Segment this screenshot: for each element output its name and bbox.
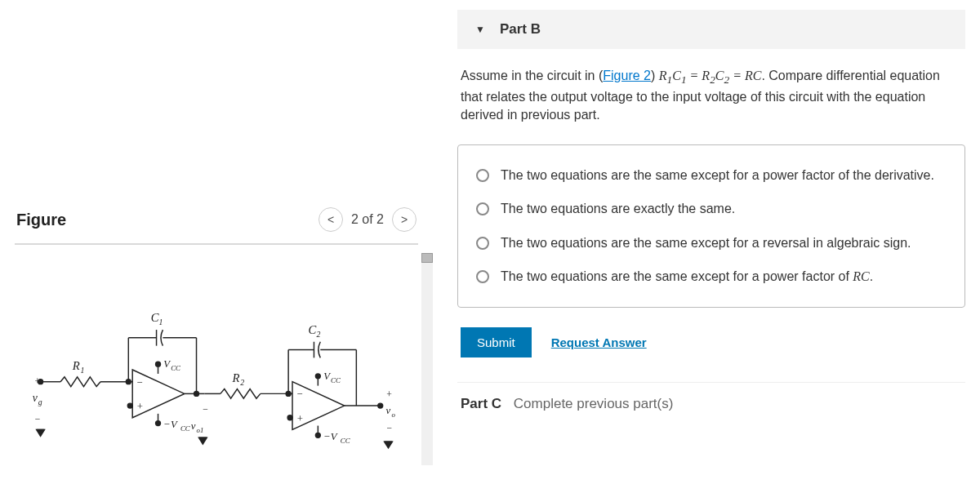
svg-text:−V: −V (163, 419, 178, 430)
pager-text: 2 of 2 (351, 212, 384, 227)
svg-text:o1: o1 (197, 426, 204, 434)
svg-text:2: 2 (240, 378, 244, 387)
option-text: The two equations are the same except fo… (501, 268, 947, 286)
pager-next-button[interactable]: > (392, 207, 416, 232)
svg-point-30 (156, 421, 161, 426)
figure-pager: < 2 of 2 > (318, 207, 416, 232)
svg-text:+: + (296, 413, 304, 424)
svg-text:1: 1 (159, 317, 163, 326)
radio-option-3[interactable] (476, 237, 489, 250)
svg-text:V: V (323, 371, 331, 382)
svg-text:−V: −V (323, 431, 338, 442)
svg-point-34 (194, 391, 199, 396)
svg-text:CC: CC (331, 376, 341, 384)
option-row[interactable]: The two equations are the same except fo… (473, 226, 950, 260)
svg-text:−: − (34, 414, 41, 424)
svg-point-26 (156, 362, 161, 366)
svg-text:g: g (38, 397, 42, 406)
svg-marker-39 (198, 437, 207, 444)
svg-point-67 (378, 403, 383, 408)
collapse-icon: ▼ (475, 24, 485, 35)
radio-option-4[interactable] (476, 270, 489, 283)
svg-text:+: + (386, 389, 393, 400)
option-text: The two equations are the same except fo… (501, 234, 947, 252)
svg-text:CC: CC (171, 364, 180, 372)
option-text: The two equations are the same except fo… (501, 167, 947, 184)
svg-text:−: − (386, 423, 393, 433)
svg-text:C: C (309, 323, 317, 336)
svg-marker-73 (385, 442, 393, 448)
option-row[interactable]: The two equations are the same except fo… (473, 158, 950, 193)
svg-text:o: o (391, 411, 395, 419)
svg-text:V: V (163, 358, 171, 370)
svg-text:−: − (202, 404, 208, 415)
svg-text:+: + (34, 376, 41, 387)
request-answer-link[interactable]: Request Answer (551, 335, 647, 349)
svg-text:1: 1 (81, 366, 85, 375)
part-b-prompt: Assume in the circuit in (Figure 2) R1C1… (457, 67, 965, 125)
option-text: The two equations are exactly the same. (501, 200, 947, 218)
svg-text:R: R (232, 371, 240, 384)
svg-text:CC: CC (341, 437, 350, 445)
submit-button[interactable]: Submit (461, 327, 532, 357)
svg-text:CC: CC (180, 424, 190, 433)
svg-text:C: C (151, 311, 159, 324)
part-c-text: Complete previous part(s) (514, 396, 674, 411)
pager-prev-button[interactable]: < (318, 207, 343, 232)
part-c-row: Part C Complete previous part(s) (457, 382, 965, 417)
svg-point-59 (315, 374, 320, 379)
option-row[interactable]: The two equations are exactly the same. (473, 192, 950, 226)
svg-text:v: v (191, 420, 196, 432)
svg-text:R: R (72, 359, 80, 372)
figure-scrollbar[interactable] (421, 253, 433, 465)
part-c-label: Part C (461, 396, 501, 411)
figure-2-link[interactable]: Figure 2 (603, 69, 651, 82)
radio-option-1[interactable] (476, 169, 489, 182)
svg-text:v: v (386, 405, 391, 416)
svg-text:−: − (296, 389, 304, 400)
radio-option-2[interactable] (476, 202, 489, 215)
figure-title: Figure (16, 211, 66, 229)
svg-point-63 (315, 433, 320, 437)
option-row[interactable]: The two equations are the same except fo… (473, 260, 950, 294)
svg-text:+: + (136, 401, 144, 412)
part-b-title: Part B (500, 21, 541, 38)
circuit-figure: v g + − R 1 (16, 269, 416, 484)
answer-options: The two equations are the same except fo… (457, 144, 965, 308)
svg-text:2: 2 (316, 330, 320, 339)
svg-marker-6 (37, 429, 45, 436)
svg-text:−: − (136, 377, 144, 389)
part-b-header[interactable]: ▼ Part B (457, 10, 965, 49)
